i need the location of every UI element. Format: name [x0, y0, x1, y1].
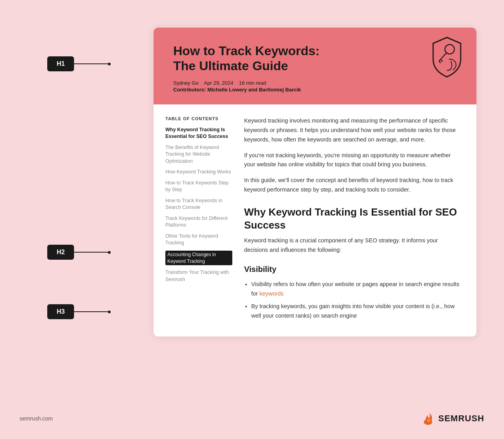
h3-badge: H3 [47, 304, 74, 319]
h1-badge: H1 [47, 56, 74, 71]
semrush-flame-icon [421, 411, 435, 426]
semrush-logo-text: SEMRUSH [438, 413, 484, 424]
svg-line-2 [441, 60, 443, 61]
toc-item-1[interactable]: Why Keyword Tracking Is Essential for SE… [165, 126, 232, 140]
toc-item-2[interactable]: The Benefits of Keyword Tracking for Web… [165, 144, 232, 165]
content-area: TABLE OF CONTENTS Why Keyword Tracking I… [154, 104, 476, 337]
visibility-list: Visibility refers to how often your webs… [244, 280, 461, 321]
h1-annotation: H1 [47, 56, 109, 71]
intro-paragraph-1: Keyword tracking involves monitoring and… [244, 116, 461, 145]
visibility-bullet-1: Visibility refers to how often your webs… [251, 280, 461, 299]
h1-connector-line [74, 63, 109, 64]
toc-item-5[interactable]: How to Track Keywords in Search Console [165, 197, 232, 211]
intro-paragraph-3: In this guide, we’ll cover the concept a… [244, 176, 461, 195]
toc-item-8[interactable]: Accounting Changes in Keyword Tracking [165, 251, 232, 266]
main-card: How to Track Keywords:The Ultimate Guide… [106, 28, 413, 337]
hero-illustration [429, 35, 465, 75]
toc-item-4[interactable]: How to Track Keywords Step by Step [165, 180, 232, 193]
toc-item-9[interactable]: Transform Your Tracking with Semrush [165, 269, 232, 283]
h3-connector-line [74, 311, 109, 312]
toc-item-6[interactable]: Track Keywords for Different Platforms [165, 215, 232, 229]
h2-subtitle: Keyword tracking is a crucial component … [244, 236, 461, 255]
footer: semrush.com SEMRUSH [0, 411, 504, 426]
h2-connector-line [74, 252, 109, 253]
read-time: 16 min read [239, 80, 266, 86]
intro-paragraph-2: If you’re not tracking keywords, you’re … [244, 151, 461, 170]
hero-section: How to Track Keywords:The Ultimate Guide… [154, 28, 476, 104]
toc-item-3[interactable]: How Keyword Tracking Works [165, 169, 232, 176]
toc-item-7[interactable]: Other Tools for Keyword Tracking [165, 233, 232, 247]
article-h2-title: Why Keyword Tracking Is Essential for SE… [244, 206, 461, 231]
h2-badge: H2 [47, 245, 74, 260]
article-meta: Sydney Go Apr 29, 2024 16 min read Contr… [173, 80, 457, 93]
table-of-contents: TABLE OF CONTENTS Why Keyword Tracking I… [154, 116, 240, 325]
semrush-logo: SEMRUSH [421, 411, 484, 426]
h3-annotation: H3 [47, 304, 109, 319]
article-title: How to Track Keywords:The Ultimate Guide [173, 43, 402, 74]
h2-annotation: H2 [47, 245, 109, 260]
keyword-link[interactable]: keywords [259, 290, 284, 297]
svg-line-3 [439, 61, 441, 63]
toc-title: TABLE OF CONTENTS [165, 116, 232, 121]
date: Apr 29, 2024 [204, 80, 233, 86]
article-card: How to Track Keywords:The Ultimate Guide… [154, 28, 476, 337]
article-h3-title: Visibility [244, 263, 461, 276]
author: Sydney Go [173, 80, 198, 86]
svg-line-1 [439, 53, 447, 61]
visibility-bullet-2: By tracking keywords, you gain insights … [251, 302, 461, 321]
article-body: Keyword tracking involves monitoring and… [240, 116, 476, 325]
contributors: Contributors: Michelle Lowery and Bartlo… [173, 87, 457, 93]
footer-domain: semrush.com [20, 415, 53, 422]
page-wrapper: H1 H2 H3 How to Track Keywords:The Ultim… [0, 16, 504, 433]
svg-point-0 [445, 45, 454, 54]
